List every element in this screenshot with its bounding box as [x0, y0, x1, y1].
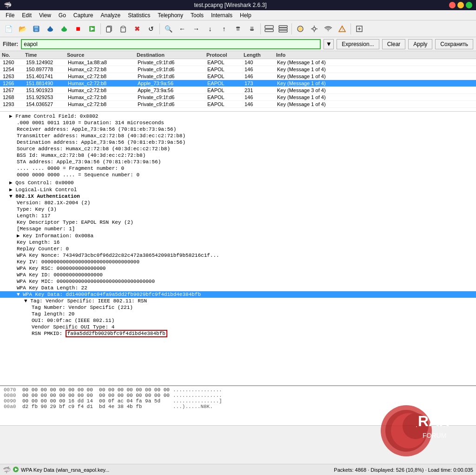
- forward-button[interactable]: →: [190, 22, 203, 35]
- stop-button[interactable]: ■: [72, 22, 85, 35]
- col-info: Info: [276, 52, 474, 58]
- detail-frame-control[interactable]: ▶ Frame Control Field: 0x8802: [0, 113, 476, 120]
- detail-qos[interactable]: ▶ Qos Control: 0x0000: [0, 179, 476, 186]
- menu-telephony[interactable]: Telephony: [154, 11, 187, 20]
- pane1-button[interactable]: [263, 22, 276, 35]
- detail-dot1x[interactable]: ▼ 802.1X Authentication: [0, 193, 476, 200]
- menu-file[interactable]: File: [2, 11, 18, 20]
- clear-button[interactable]: Clear: [382, 39, 406, 49]
- hex-row: 00a0 d2 fb 90 29 bf c9 f4 d1 bd 4e 38 4b…: [4, 404, 472, 409]
- menu-analyze[interactable]: Analyze: [97, 11, 125, 20]
- detail-mic[interactable]: WPA Key MIC: 000000000000000000000000000…: [0, 278, 476, 285]
- new-button[interactable]: 📄: [2, 22, 15, 35]
- detail-msg-num[interactable]: [Message number: 1]: [0, 226, 476, 232]
- table-row[interactable]: 1260 159.124902 Humax_1a:88:a8 Private_c…: [0, 59, 476, 66]
- window-icon: 🦈: [4, 1, 12, 9]
- table-row[interactable]: 1268 151.929253 Humax_c2:72:b8 Private_c…: [0, 94, 476, 101]
- menu-capture[interactable]: Capture: [70, 11, 97, 20]
- paste-button[interactable]: [117, 22, 130, 35]
- find-button[interactable]: 🔍: [162, 22, 175, 35]
- hex-ascii: ................: [173, 393, 222, 398]
- detail-length[interactable]: Length: 117: [0, 213, 476, 219]
- detail-receiver[interactable]: Receiver address: Apple_73:9a:56 (70:81:…: [0, 126, 476, 133]
- table-row[interactable]: 1263 151.401741 Humax_c2:72:b8 Private_c…: [0, 73, 476, 80]
- detail-sequence[interactable]: 0000 0000 0000 .... = Sequence number: 0: [0, 172, 476, 178]
- detail-vendor-type[interactable]: Vendor Specific OUI Type: 4: [0, 324, 476, 330]
- apply-button[interactable]: Apply: [408, 39, 432, 49]
- detail-transmitter[interactable]: Transmitter address: Humax_c2:72:b8 (40:…: [0, 133, 476, 139]
- table-row[interactable]: 1267 151.901923 Humax_c2:72:b8 Apple_73:…: [0, 87, 476, 94]
- detail-iv[interactable]: Key IV: 00000000000000000000000000000000: [0, 259, 476, 265]
- detail-oui[interactable]: OUI: 00:0f:ac (IEEE 802.11): [0, 317, 476, 324]
- minimize-btn[interactable]: [457, 2, 464, 8]
- save-filter-button[interactable]: Сохранить: [435, 39, 473, 49]
- menu-statistics[interactable]: Statistics: [124, 11, 154, 20]
- detail-key-desc[interactable]: Key Descriptor Type: EAPOL RSN Key (2): [0, 219, 476, 226]
- reload-button[interactable]: ↺: [145, 22, 158, 35]
- top-button[interactable]: ⇈: [231, 22, 245, 35]
- table-row[interactable]: 1293 154.036527 Humax_c2:72:b8 Private_c…: [0, 101, 476, 108]
- detail-replay[interactable]: Replay Counter: 0: [0, 246, 476, 252]
- menu-tools[interactable]: Tools: [187, 11, 207, 20]
- detail-tag-length[interactable]: Tag length: 20: [0, 311, 476, 317]
- detail-tag-vendor[interactable]: ▼ Tag: Vendor Specific: IEEE 802.11: RSN: [0, 298, 476, 304]
- maximize-btn[interactable]: [466, 2, 472, 8]
- packet-list: No. Time Source Destination Protocol Len…: [0, 51, 476, 112]
- hex-row: 0070 00 00 00 00 00 00 00 00 00 00 00 00…: [4, 387, 472, 393]
- detail-rsn-pmkid[interactable]: RSN PMKID: fa9a5dd2fb9029bfc9f4d1bd4e384…: [0, 330, 476, 337]
- detail-tag-number[interactable]: Tag Number: Vendor Specific (221): [0, 304, 476, 311]
- detail-llc[interactable]: ▶ Logical-Link Control: [0, 186, 476, 193]
- filter-dropdown-button[interactable]: ▼: [324, 39, 334, 49]
- shark-fin-button[interactable]: [44, 22, 57, 35]
- detail-key-info[interactable]: ▶ Key Information: 0x008a: [0, 232, 476, 239]
- detail-src[interactable]: Source address: Humax_c2:72:b8 (40:3d:ec…: [0, 146, 476, 152]
- expression-button[interactable]: Expression...: [337, 39, 379, 49]
- detail-dst[interactable]: Destination address: Apple_73:9a:56 (70:…: [0, 139, 476, 146]
- detail-rsc[interactable]: WPA Key RSC: 0000000000000000: [0, 265, 476, 272]
- detail-nonce[interactable]: WPA Key Nonce: 74349d73cbc0f96d22c82c472…: [0, 252, 476, 259]
- delete-button[interactable]: ✖: [131, 22, 144, 35]
- status-shark-icon: 🦈: [3, 466, 11, 474]
- toolbar: 📄 📂 ■ ✖ ↺ 🔍 ← → ↓ ↑ ⇈ ⇊ !: [0, 20, 476, 37]
- detail-data-len[interactable]: WPA Key Data Length: 22: [0, 285, 476, 291]
- detail-version[interactable]: Version: 802.1X-2004 (2): [0, 200, 476, 206]
- menu-internals[interactable]: Internals: [207, 11, 236, 20]
- save-button[interactable]: [30, 22, 43, 35]
- hex-ascii: ...).....N8K.: [173, 404, 213, 409]
- colorize-button[interactable]: [294, 22, 307, 35]
- down-button[interactable]: ↓: [204, 22, 217, 35]
- wireless-button[interactable]: [322, 22, 335, 35]
- status-capture-text: WPA Key Data (wlan_rsna_eapol.key...: [21, 467, 109, 473]
- detail-fragment[interactable]: .... .... 0000 = Fragment number: 0: [0, 165, 476, 172]
- back-button[interactable]: ←: [176, 22, 189, 35]
- menu-go[interactable]: Go: [55, 11, 70, 20]
- hex-ascii: ................: [173, 387, 222, 393]
- detail-bss[interactable]: BSS Id: Humax_c2:72:b8 (40:3d:ec:c2:72:b…: [0, 152, 476, 159]
- detail-key-len[interactable]: Key Length: 16: [0, 239, 476, 246]
- extra-button[interactable]: [353, 22, 366, 35]
- shark-green-button[interactable]: [58, 22, 71, 35]
- menu-view[interactable]: View: [35, 11, 55, 20]
- detail-duration[interactable]: .000 0001 0011 1010 = Duration: 314 micr…: [0, 120, 476, 126]
- up-button[interactable]: ↑: [218, 22, 231, 35]
- svg-text:!: !: [342, 27, 343, 32]
- restart-button[interactable]: [86, 22, 99, 35]
- menu-help[interactable]: Help: [236, 11, 255, 20]
- detail-sta[interactable]: STA address: Apple_73:9a:56 (70:81:eb:73…: [0, 159, 476, 165]
- pane2-button[interactable]: [277, 22, 290, 35]
- detail-type[interactable]: Type: Key (3): [0, 206, 476, 213]
- copy-button[interactable]: [103, 22, 116, 35]
- table-row[interactable]: 1266 151.881490 Humax_c2:72:b8 Apple_73:…: [0, 80, 476, 87]
- table-row[interactable]: 1254 150.897778 Humax_c2:72:b8 Private_c…: [0, 66, 476, 73]
- hex-row: 0090 00 00 00 00 00 16 dd 14 00 0f ac 04…: [4, 398, 472, 404]
- filter-input[interactable]: [21, 39, 321, 49]
- open-button[interactable]: 📂: [16, 22, 29, 35]
- close-btn[interactable]: [449, 2, 456, 8]
- detail-wpa-data[interactable]: ▼ WPA Key Data: dd14000fac04fa9a5dd2fb90…: [0, 291, 476, 298]
- menu-edit[interactable]: Edit: [18, 11, 35, 20]
- prefs-button[interactable]: [308, 22, 321, 35]
- bottom-button[interactable]: ⇊: [245, 22, 258, 35]
- detail-wpa-id[interactable]: WPA Key ID: 0000000000000000: [0, 272, 476, 278]
- pkt-src: Humax_1a:88:a8: [67, 60, 137, 65]
- expert-button[interactable]: !: [336, 22, 349, 35]
